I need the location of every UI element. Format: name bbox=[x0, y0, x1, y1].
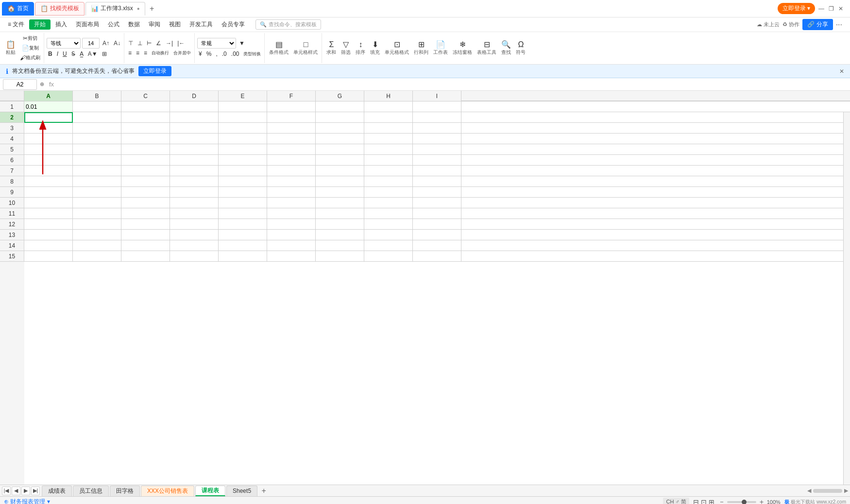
more-button[interactable]: ··· bbox=[836, 20, 842, 29]
italic-button[interactable]: I bbox=[55, 50, 60, 58]
close-button[interactable]: ✕ bbox=[837, 5, 844, 12]
row-header-3[interactable]: 3 bbox=[0, 123, 24, 134]
tab-template[interactable]: 📋 找模壳模板 bbox=[35, 2, 85, 16]
cell-F2[interactable] bbox=[267, 112, 316, 123]
sheet-tab-gradebook[interactable]: 成绩表 bbox=[42, 486, 72, 496]
align-bottom-button[interactable]: ⊢ bbox=[145, 39, 153, 48]
col-header-D[interactable]: D bbox=[170, 91, 219, 101]
add-sheet-button[interactable]: + bbox=[258, 486, 269, 496]
text-angle-button[interactable]: ∠ bbox=[154, 39, 163, 48]
sheet-tab-grid[interactable]: 田字格 bbox=[110, 486, 140, 496]
tab-file[interactable]: 📊 工作簿3.xlsx ● bbox=[85, 2, 145, 16]
sheet-tab-sheet5[interactable]: Sheet5 bbox=[226, 486, 257, 496]
border-button[interactable]: ⊞ bbox=[101, 50, 108, 58]
cell-E1[interactable] bbox=[219, 101, 267, 112]
restore-button[interactable]: ❐ bbox=[828, 5, 834, 12]
tab-home[interactable]: 🏠 首页 bbox=[2, 2, 34, 16]
cell-reference-input[interactable] bbox=[3, 79, 37, 90]
horizontal-scrollbar-thumb[interactable] bbox=[813, 489, 842, 493]
row-header-2[interactable]: 2 bbox=[0, 112, 24, 123]
currency-button[interactable]: ¥ bbox=[197, 50, 204, 58]
view-normal-icon[interactable]: ⊟ bbox=[693, 498, 699, 504]
col-header-I[interactable]: I bbox=[413, 91, 461, 101]
bold-button[interactable]: B bbox=[47, 50, 54, 58]
increase-font-button[interactable]: A↑ bbox=[101, 39, 111, 48]
cell-G1[interactable] bbox=[316, 101, 364, 112]
financial-report-btn[interactable]: ⊕ 财务报表管理 ▾ bbox=[4, 498, 50, 504]
add-tab-button[interactable]: + bbox=[146, 3, 158, 15]
row-header-9[interactable]: 9 bbox=[0, 187, 24, 198]
menu-dev[interactable]: 开发工具 bbox=[186, 19, 217, 30]
zoom-slider[interactable] bbox=[727, 501, 756, 503]
cell-H1[interactable] bbox=[364, 101, 413, 112]
cell-A1[interactable]: 0.01 bbox=[24, 101, 73, 112]
cell-B2[interactable] bbox=[73, 112, 121, 123]
cell-H2[interactable] bbox=[364, 112, 413, 123]
menu-start[interactable]: 开始 bbox=[29, 19, 51, 30]
row-col-button[interactable]: ⊞ 行和列 bbox=[412, 40, 430, 57]
info-login-button[interactable]: 立即登录 bbox=[138, 66, 171, 76]
find-button[interactable]: 🔍 查找 bbox=[499, 40, 513, 57]
font-name-select[interactable]: 等线 bbox=[47, 38, 81, 49]
menu-page-layout[interactable]: 页面布局 bbox=[72, 19, 103, 30]
menu-insert[interactable]: 插入 bbox=[51, 19, 71, 30]
row-header-15[interactable]: 15 bbox=[0, 251, 24, 262]
col-header-E[interactable]: E bbox=[219, 91, 267, 101]
col-header-F[interactable]: F bbox=[267, 91, 316, 101]
paste-button[interactable]: 📋 粘贴 bbox=[4, 40, 17, 57]
view-page-icon[interactable]: ⊡ bbox=[701, 498, 707, 504]
decimal-inc-button[interactable]: .0 bbox=[221, 50, 228, 58]
tab-close-icon[interactable]: ● bbox=[137, 6, 140, 11]
zoom-in-button[interactable]: ＋ bbox=[758, 498, 765, 504]
decrease-font-button[interactable]: A↓ bbox=[112, 39, 122, 48]
row-header-4[interactable]: 4 bbox=[0, 134, 24, 144]
sheet-nav-last[interactable]: ▶| bbox=[31, 487, 40, 495]
cell-A2[interactable] bbox=[24, 112, 73, 123]
corner-cell[interactable] bbox=[0, 91, 24, 101]
zoom-level-label[interactable]: 100% bbox=[767, 499, 781, 504]
decimal-dec-button[interactable]: .00 bbox=[230, 50, 241, 58]
search-box[interactable]: 🔍 查找命令、搜索模板 bbox=[255, 19, 321, 30]
row-header-13[interactable]: 13 bbox=[0, 230, 24, 240]
sheet-nav-prev[interactable]: ◀ bbox=[12, 487, 20, 495]
cloud-save-btn[interactable]: ☁ 未上云 bbox=[757, 21, 780, 28]
cut-button[interactable]: ✂ 剪切 bbox=[18, 34, 42, 43]
row-header-1[interactable]: 1 bbox=[0, 101, 24, 112]
row-header-6[interactable]: 6 bbox=[0, 155, 24, 166]
sum-button[interactable]: Σ 求和 bbox=[324, 40, 338, 57]
strikethrough-button[interactable]: S̶ bbox=[70, 50, 77, 58]
font-color-button[interactable]: A̲ bbox=[78, 50, 85, 58]
copy-button[interactable]: 📄 复制 bbox=[18, 44, 42, 52]
col-header-A[interactable]: A bbox=[24, 91, 73, 101]
menu-formula[interactable]: 公式 bbox=[104, 19, 123, 30]
sheet-nav-first[interactable]: |◀ bbox=[2, 487, 11, 495]
menu-data[interactable]: 数据 bbox=[124, 19, 144, 30]
minimize-button[interactable]: — bbox=[818, 5, 825, 12]
indent-increase-button[interactable]: →| bbox=[164, 39, 174, 48]
fill-button[interactable]: ⬇ 填充 bbox=[368, 40, 382, 57]
table-tools-button[interactable]: ⊟ 表格工具 bbox=[475, 40, 498, 57]
formula-expand-icon[interactable]: ⊕ bbox=[39, 80, 45, 88]
align-top-button[interactable]: ⊤ bbox=[127, 39, 135, 48]
menu-view[interactable]: 视图 bbox=[165, 19, 185, 30]
wrap-button[interactable]: 自动换行 bbox=[150, 49, 170, 57]
symbol-button[interactable]: Ω 符号 bbox=[514, 40, 527, 57]
cell-G2[interactable] bbox=[316, 112, 364, 123]
row-header-12[interactable]: 12 bbox=[0, 219, 24, 230]
align-left-button[interactable]: ≡ bbox=[127, 49, 133, 57]
number-format-expand[interactable]: ▼ bbox=[238, 39, 246, 48]
row-header-10[interactable]: 10 bbox=[0, 198, 24, 208]
share-button[interactable]: 🔗 分享 bbox=[802, 19, 833, 30]
login-button-top[interactable]: 立即登录 ▾ bbox=[778, 3, 815, 14]
cell-I2[interactable] bbox=[413, 112, 461, 123]
filter-button[interactable]: ▽ 筛选 bbox=[339, 40, 353, 57]
align-right-button[interactable]: ≡ bbox=[142, 49, 149, 57]
col-header-G[interactable]: G bbox=[316, 91, 364, 101]
formula-input[interactable] bbox=[58, 79, 847, 90]
format-painter-button[interactable]: 🖌 格式刷 bbox=[18, 53, 42, 62]
cell-style-button[interactable]: □ 单元格样式 bbox=[291, 40, 320, 57]
zoom-out-button[interactable]: － bbox=[718, 498, 725, 504]
col-header-B[interactable]: B bbox=[73, 91, 121, 101]
type-convert-button[interactable]: 类型转换 bbox=[242, 50, 262, 58]
cell-I1[interactable] bbox=[413, 101, 461, 112]
